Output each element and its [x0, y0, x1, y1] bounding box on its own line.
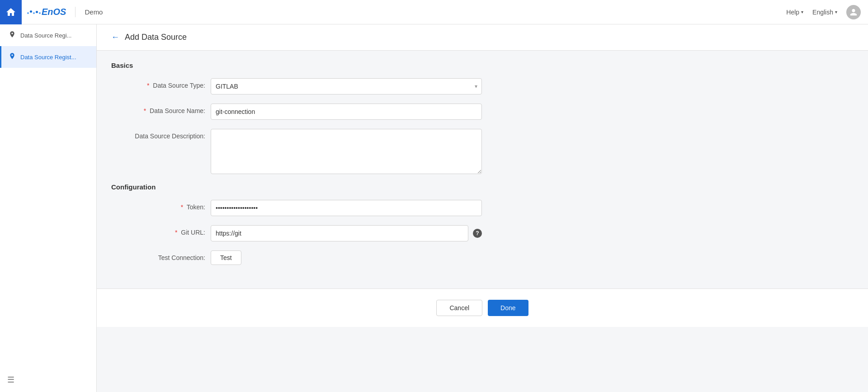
avatar[interactable]	[846, 5, 861, 19]
cancel-button[interactable]: Cancel	[436, 300, 482, 316]
form-container: Basics * Data Source Type: GITLAB GITHUB…	[97, 51, 868, 285]
data-source-description-textarea[interactable]	[211, 129, 482, 174]
sidebar-item-data-source-2[interactable]: Data Source Regist...	[0, 46, 96, 68]
help-chevron-icon: ▾	[801, 9, 803, 14]
user-icon	[849, 8, 858, 16]
test-connection-label: Test Connection:	[111, 250, 211, 261]
required-star-name: *	[144, 107, 146, 114]
language-button[interactable]: English ▾	[812, 9, 837, 16]
logo-area: EnOS	[27, 7, 75, 17]
enos-logo: EnOS	[27, 7, 66, 17]
data-source-name-input[interactable]	[211, 104, 482, 120]
sidebar-collapse-button[interactable]: ☰	[7, 375, 14, 385]
data-source-name-label: * Data Source Name:	[111, 104, 211, 114]
data-source-description-label: Data Source Description:	[111, 129, 211, 140]
collapse-icon: ☰	[7, 375, 14, 384]
required-star-git-url: *	[175, 229, 177, 236]
test-connection-row: Test Connection: Test	[111, 250, 854, 265]
sidebar-item-data-source-1[interactable]: Data Source Regi...	[0, 24, 96, 46]
top-header: EnOS Demo Help ▾ English ▾	[0, 0, 868, 24]
help-button[interactable]: Help ▾	[786, 9, 803, 16]
git-url-label: * Git URL:	[111, 225, 211, 236]
sidebar-icon-1	[9, 31, 16, 40]
data-source-description-row: Data Source Description:	[111, 129, 854, 174]
configuration-section-title: Configuration	[111, 183, 854, 191]
data-source-description-control	[211, 129, 482, 174]
git-url-help-icon[interactable]: ?	[473, 229, 482, 238]
back-arrow-icon: ←	[111, 33, 119, 42]
enos-dots	[27, 10, 41, 14]
data-source-type-control: GITLAB GITHUB BITBUCKET ▾	[211, 78, 482, 94]
language-label: English	[812, 9, 833, 16]
main-content: ← Add Data Source Basics * Data Source T…	[97, 24, 868, 392]
header-right: Help ▾ English ▾	[786, 5, 861, 19]
sidebar: Data Source Regi... Data Source Regist..…	[0, 24, 97, 392]
required-star-type: *	[147, 82, 149, 89]
required-star-token: *	[181, 203, 183, 211]
token-row: * Token:	[111, 200, 854, 216]
basics-section-title: Basics	[111, 61, 854, 69]
home-icon	[5, 7, 16, 18]
token-control	[211, 200, 482, 216]
git-url-control: ?	[211, 225, 482, 241]
back-button[interactable]: ←	[111, 33, 119, 42]
data-source-type-row: * Data Source Type: GITLAB GITHUB BITBUC…	[111, 78, 854, 94]
sidebar-label-2: Data Source Regist...	[20, 54, 76, 61]
sidebar-icon-2	[9, 52, 16, 61]
sidebar-label-1: Data Source Regi...	[20, 32, 71, 39]
data-source-type-label: * Data Source Type:	[111, 78, 211, 89]
test-connection-button[interactable]: Test	[211, 250, 241, 265]
token-input[interactable]	[211, 200, 482, 216]
data-source-name-control	[211, 104, 482, 120]
enos-wordmark: EnOS	[42, 7, 66, 17]
git-url-input[interactable]	[211, 225, 468, 241]
data-source-type-select-wrap: GITLAB GITHUB BITBUCKET ▾	[211, 78, 482, 94]
home-button[interactable]	[0, 0, 22, 24]
page-title: Add Data Source	[125, 33, 187, 42]
language-chevron-icon: ▾	[835, 9, 837, 14]
token-label: * Token:	[111, 200, 211, 211]
data-source-type-select[interactable]: GITLAB GITHUB BITBUCKET	[211, 78, 482, 94]
test-connection-control: Test	[211, 250, 482, 265]
help-label: Help	[786, 9, 799, 16]
app-name: Demo	[85, 8, 103, 16]
page-header: ← Add Data Source	[97, 24, 868, 51]
done-button[interactable]: Done	[488, 300, 528, 316]
app-layout: Data Source Regi... Data Source Regist..…	[0, 24, 868, 392]
form-footer: Cancel Done	[97, 288, 868, 327]
data-source-name-row: * Data Source Name:	[111, 104, 854, 120]
git-url-row: * Git URL: ?	[111, 225, 854, 241]
